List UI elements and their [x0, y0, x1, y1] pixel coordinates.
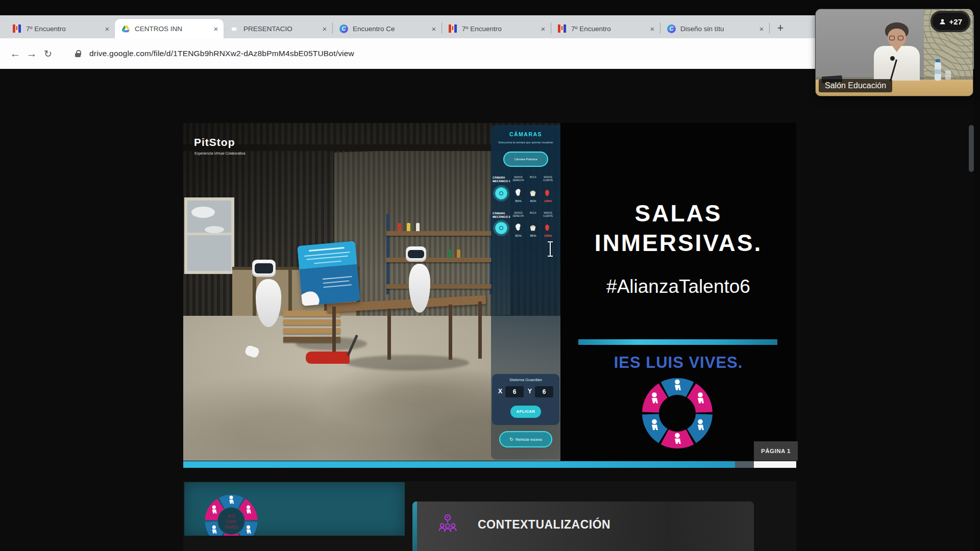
- text-cursor: [547, 241, 554, 257]
- panel-subtitle: Selecciona la cámara que quieras visuali…: [495, 141, 556, 144]
- column-label: BOCA: [526, 176, 540, 179]
- tab-label: Encuentro Ce: [353, 25, 425, 33]
- event-favicon-icon: [558, 24, 567, 33]
- cup-icon: [528, 223, 537, 232]
- window: [184, 197, 234, 274]
- slide-page-1: PitStop Experiencia Virtual Colaborativa…: [183, 123, 796, 461]
- close-icon[interactable]: ×: [429, 24, 438, 33]
- event-favicon-icon: [13, 24, 21, 33]
- divider-bar: [578, 339, 777, 345]
- section-accent-stripe: [412, 502, 417, 551]
- close-icon[interactable]: ×: [320, 24, 329, 33]
- tab-diseno[interactable]: C Diseño sin títu ×: [660, 19, 769, 38]
- practice-camera-button: Cámara Práctica: [503, 152, 548, 167]
- slide-title-line2: INMERSIVAS.: [560, 228, 796, 258]
- tab-encuentro-canva[interactable]: C Encuentro Ce ×: [333, 19, 442, 38]
- reload-icon[interactable]: ↻: [40, 48, 56, 60]
- guardian-system-box: Sistema Guardián X 6 Y 6 APLICAR: [492, 374, 559, 425]
- column-label: BOCA: [526, 212, 540, 215]
- guardian-title: Sistema Guardián: [492, 378, 559, 382]
- drive-preview-area: PitStop Experiencia Virtual Colaborativa…: [0, 69, 980, 551]
- tracking-value: 82%: [526, 199, 540, 203]
- bottle: [416, 223, 420, 231]
- tab-label: 7º Encuentro: [462, 25, 534, 33]
- close-icon[interactable]: ×: [211, 24, 220, 33]
- slide-page-2: IES LUIS VIVES: [183, 481, 796, 551]
- progress-dark-segment: [735, 461, 754, 468]
- reset-icon: ↻: [509, 437, 513, 442]
- tab-encuentro-1[interactable]: 7º Encuentro ×: [6, 19, 115, 38]
- y-value-input: 6: [535, 386, 553, 397]
- workbench-leg: [449, 305, 452, 360]
- tab-label: 7º Encuentro: [571, 25, 643, 33]
- camera1-select-button: [495, 187, 507, 199]
- camera-control-panel: CÁMARAS Selecciona la cámara que quieras…: [491, 125, 560, 460]
- room-name-label: Salón Educación: [819, 79, 892, 92]
- vr-info-sign: [297, 241, 360, 306]
- vr-app-subtitle: Experiencia Virtual Colaborativa: [194, 152, 245, 155]
- school-name: IES LUIS VIVES.: [560, 354, 796, 372]
- close-icon[interactable]: ×: [103, 24, 112, 33]
- back-icon[interactable]: ←: [7, 47, 23, 60]
- red-hand-icon: [543, 223, 552, 232]
- vr-avatar-2-headset: [406, 246, 426, 262]
- column-label: MANOS CLIENTE: [541, 212, 555, 217]
- tracking-value: 100%: [541, 234, 555, 237]
- workbench-leg: [332, 307, 336, 355]
- school-wheel-logo-small: IES LUIS VIVES: [203, 492, 260, 536]
- participants-badge[interactable]: +27: [930, 11, 970, 32]
- tab-encuentro-3[interactable]: 7º Encuentro ×: [551, 19, 660, 38]
- reset-scene-button: ↻ Reiniciar escena: [499, 431, 552, 447]
- slide-title-line1: SALAS: [560, 198, 796, 228]
- tab-centros-active[interactable]: CENTROS INN ×: [115, 19, 224, 38]
- speaker-glasses: [889, 36, 904, 40]
- tab-label: PRESENTACIO: [243, 25, 315, 33]
- screen-right-edge: [974, 0, 980, 551]
- tracking-value: 100%: [541, 199, 555, 203]
- close-icon[interactable]: ×: [757, 24, 766, 33]
- reset-label: Reiniciar escena: [516, 438, 542, 441]
- vr-app-title: PitStop: [194, 136, 235, 148]
- column-label: MANOS DERECHA: [511, 212, 525, 217]
- column-label: MANOS CLIENTE: [541, 176, 555, 182]
- tracking-value: 82%: [511, 234, 525, 237]
- hand-icon: [514, 223, 523, 232]
- scrollbar-thumb[interactable]: [969, 125, 974, 172]
- people-pin-icon: [436, 513, 459, 536]
- hand-icon: [514, 188, 523, 197]
- y-axis-label: Y: [528, 388, 532, 395]
- participants-count: +27: [949, 17, 962, 26]
- section-title: CONTEXTUALIZACIÓN: [478, 518, 610, 532]
- event-favicon-icon: [449, 24, 457, 33]
- hashtag: #AlianzaTalento6: [560, 276, 796, 297]
- new-tab-button[interactable]: +: [773, 20, 788, 36]
- url-field[interactable]: drive.google.com/file/d/1TENGb9hRNXw2-dA…: [89, 49, 354, 58]
- logo-text-line: VIVES: [225, 524, 238, 530]
- cup-icon: [528, 188, 537, 197]
- camera1-label: CÁMARA MECÁNICO 1: [493, 176, 511, 183]
- forward-icon[interactable]: →: [23, 47, 40, 60]
- shelf-unit: [386, 214, 493, 294]
- camera2-label: CÁMARA MECÁNICO 2: [493, 212, 511, 219]
- tab-encuentro-2[interactable]: 7º Encuentro ×: [442, 19, 551, 38]
- canva-icon: C: [339, 24, 348, 33]
- tab-label: Diseño sin títu: [680, 25, 752, 33]
- camera2-select-button: [495, 222, 507, 234]
- tracking-value: 80%: [511, 199, 525, 203]
- logo-text-line: IES: [228, 514, 235, 519]
- person-icon: [939, 18, 946, 26]
- close-icon[interactable]: ×: [538, 24, 548, 33]
- webcam-overlay[interactable]: +27 Salón Educación: [816, 9, 973, 96]
- canva-icon: C: [667, 24, 676, 33]
- slide2-logo-box: IES LUIS VIVES: [184, 482, 405, 536]
- screen-share-frame: 7º Encuentro × CENTROS INN × PRESENTACIO…: [0, 0, 980, 551]
- page-number-badge: PÁGINA 1: [754, 441, 798, 461]
- close-icon[interactable]: ×: [648, 24, 657, 33]
- lock-icon[interactable]: [75, 49, 82, 58]
- apply-button: APLICAR: [510, 406, 541, 418]
- tab-presentacion[interactable]: PRESENTACIO ×: [224, 19, 332, 38]
- tracking-value: 85%: [526, 234, 540, 237]
- slide-progress-bar: [183, 461, 796, 468]
- workbench-leg: [387, 309, 391, 360]
- tab-label: 7º Encuentro: [26, 25, 98, 33]
